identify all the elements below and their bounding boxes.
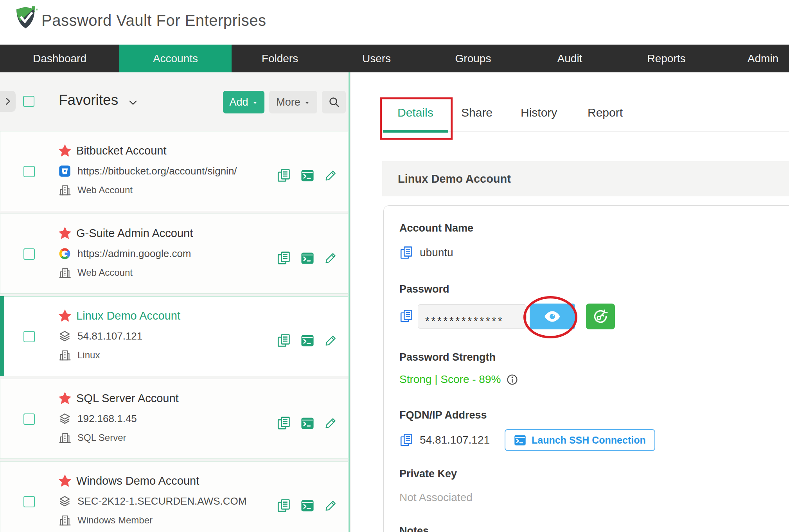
edit-account-icon[interactable] <box>325 500 337 512</box>
building-icon <box>59 184 71 196</box>
password-vault-app: { "app": { "title": "Password Vault For … <box>0 0 789 532</box>
more-button[interactable]: More <box>269 91 317 113</box>
add-button[interactable]: Add <box>223 91 264 113</box>
copy-account-icon[interactable] <box>277 168 291 183</box>
selected-indicator <box>0 296 4 376</box>
active-tab-underline <box>383 130 448 133</box>
panel-divider <box>349 72 350 532</box>
account-name: G-Suite Admin Account <box>76 227 193 240</box>
launch-terminal-icon[interactable] <box>301 334 314 347</box>
tab-share[interactable]: Share <box>461 106 492 119</box>
account-checkbox[interactable] <box>23 166 35 177</box>
nav-item-audit[interactable]: Audit <box>521 45 618 72</box>
show-password-button[interactable] <box>530 304 575 329</box>
change-password-button[interactable] <box>586 304 615 329</box>
edit-account-icon[interactable] <box>325 334 337 347</box>
rotate-key-icon <box>592 308 609 325</box>
tab-baseline <box>448 131 789 132</box>
chevron-down-icon <box>127 98 139 108</box>
tab-report[interactable]: Report <box>588 106 623 119</box>
account-list-panel: Favorites Add More Bitbucket Account htt… <box>0 72 351 532</box>
layers-icon <box>59 495 71 507</box>
password-masked-field[interactable]: ************* <box>418 304 527 329</box>
favorite-star-icon <box>58 473 72 488</box>
nav-item-admin[interactable]: Admin <box>715 45 789 72</box>
account-name: Bitbucket Account <box>76 144 167 157</box>
bitbucket-icon <box>59 165 71 177</box>
account-quick-actions <box>277 416 337 430</box>
launch-terminal-icon[interactable] <box>301 169 314 182</box>
account-quick-actions <box>277 251 337 265</box>
copy-password-icon[interactable] <box>399 309 413 323</box>
launch-terminal-icon[interactable] <box>301 252 314 265</box>
account-title: Linux Demo Account <box>398 173 511 185</box>
account-type: Windows Member <box>77 515 153 526</box>
favorite-star-icon <box>58 308 72 323</box>
app-title: Password Vault For Enterprises <box>41 12 266 29</box>
account-name-value: ubuntu <box>420 246 453 259</box>
copy-username-icon[interactable] <box>399 246 413 260</box>
account-type: Web Account <box>77 267 133 278</box>
layers-icon <box>59 330 71 342</box>
account-identifier: https://admin.google.com <box>77 248 191 260</box>
fqdn-value: 54.81.107.121 <box>420 434 490 446</box>
tab-details[interactable]: Details <box>397 106 433 119</box>
account-name: Linux Demo Account <box>76 309 180 322</box>
favorite-star-icon <box>58 226 72 241</box>
launch-terminal-icon[interactable] <box>301 417 314 430</box>
account-identifier: SEC-2K12-1.SECURDEN.AWS.COM <box>77 495 246 507</box>
building-icon <box>59 432 71 444</box>
copy-fqdn-icon[interactable] <box>399 433 413 447</box>
account-list-item[interactable]: Linux Demo Account 54.81.107.121 Linux <box>0 296 348 376</box>
account-list-item[interactable]: Windows Demo Account SEC-2K12-1.SECURDEN… <box>0 461 348 532</box>
building-icon <box>59 349 71 361</box>
nav-item-accounts[interactable]: Accounts <box>119 45 232 72</box>
account-checkbox[interactable] <box>23 496 35 507</box>
select-all-checkbox[interactable] <box>23 96 34 107</box>
nav-item-folders[interactable]: Folders <box>232 45 328 72</box>
account-name: SQL Server Account <box>76 392 179 405</box>
launch-terminal-icon[interactable] <box>301 499 314 512</box>
edit-account-icon[interactable] <box>325 252 337 264</box>
private-key-value: Not Associated <box>399 491 473 504</box>
caret-down-icon <box>304 100 310 106</box>
terminal-icon <box>514 434 526 446</box>
account-list-item[interactable]: SQL Server Account 192.168.1.45 SQL Serv… <box>0 379 348 459</box>
account-checkbox[interactable] <box>23 413 35 425</box>
nav-item-reports[interactable]: Reports <box>618 45 715 72</box>
view-selector-favorites[interactable]: Favorites <box>59 92 139 108</box>
account-checkbox[interactable] <box>23 331 35 342</box>
copy-account-icon[interactable] <box>277 251 291 265</box>
tab-history[interactable]: History <box>521 106 557 119</box>
details-card: Account Name ubuntu Password ***********… <box>383 205 789 532</box>
fqdn-label: FQDN/IP Address <box>399 409 487 421</box>
account-list-item[interactable]: G-Suite Admin Account https://admin.goog… <box>0 214 348 294</box>
building-icon <box>59 267 71 279</box>
copy-account-icon[interactable] <box>277 498 291 513</box>
notes-label: Notes <box>399 525 429 532</box>
launch-ssh-button[interactable]: Launch SSH Connection <box>505 429 655 451</box>
copy-account-icon[interactable] <box>277 333 291 348</box>
account-identifier: 54.81.107.121 <box>77 330 142 342</box>
account-list-item[interactable]: Bitbucket Account https://bitbucket.org/… <box>0 131 348 211</box>
copy-account-icon[interactable] <box>277 416 291 430</box>
account-quick-actions <box>277 498 337 513</box>
panel-collapse-button[interactable] <box>0 91 16 112</box>
account-name-label: Account Name <box>399 222 473 234</box>
account-name: Windows Demo Account <box>76 474 199 487</box>
nav-item-groups[interactable]: Groups <box>425 45 521 72</box>
edit-account-icon[interactable] <box>325 417 337 429</box>
account-quick-actions <box>277 333 337 348</box>
nav-item-users[interactable]: Users <box>328 45 425 72</box>
caret-down-icon <box>252 100 258 106</box>
eye-icon <box>543 307 562 326</box>
account-checkbox[interactable] <box>23 248 35 260</box>
layers-icon <box>59 413 71 425</box>
info-icon[interactable] <box>506 374 518 386</box>
building-icon <box>59 514 71 527</box>
favorite-star-icon <box>58 143 72 158</box>
edit-account-icon[interactable] <box>325 169 337 182</box>
search-button[interactable] <box>322 91 346 113</box>
nav-item-dashboard[interactable]: Dashboard <box>0 45 119 72</box>
shield-logo-icon <box>15 5 38 31</box>
